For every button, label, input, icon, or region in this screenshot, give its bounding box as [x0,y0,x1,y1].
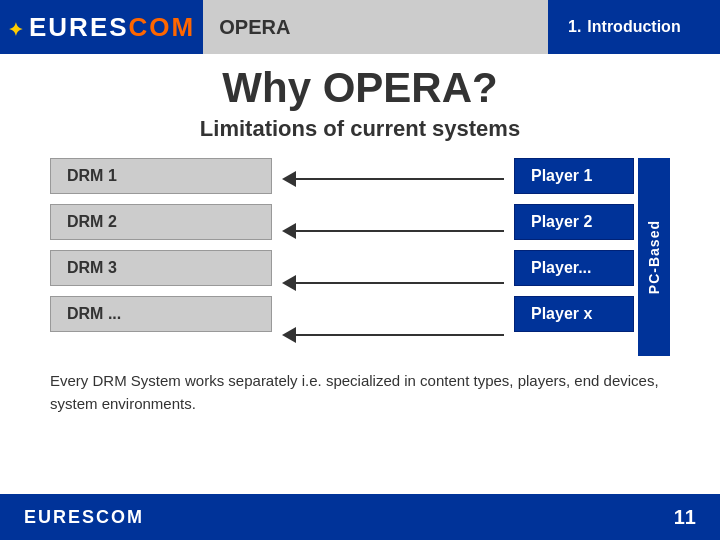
intro-text: Introduction [587,18,680,36]
eu-stars-icon: ✦ [8,20,25,40]
drm-box-2: DRM 2 [50,204,272,240]
diagram: DRM 1 DRM 2 DRM 3 DRM ... [50,158,670,356]
pc-based-wrapper: PC-Based [638,158,670,356]
arrow-row-2 [282,210,504,252]
logo-area: ✦EURESCOM [0,0,203,54]
arrow-row-1 [282,158,504,200]
logo-eures: EURES [29,12,129,42]
arrow-head-icon-4 [282,327,296,343]
header: ✦EURESCOM OPERA 1. Introduction [0,0,720,54]
main-content: Why OPERA? Limitations of current system… [0,54,720,435]
player-box-4: Player x [514,296,634,332]
player-box-1: Player 1 [514,158,634,194]
player-box-3: Player... [514,250,634,286]
arrow-line-3 [296,282,504,284]
description-text: Every DRM System works separately i.e. s… [50,370,670,415]
player-box-2: Player 2 [514,204,634,240]
arrow-row-3 [282,262,504,304]
arrow-head-icon-3 [282,275,296,291]
logo-com: COM [129,12,196,42]
arrow-line-1 [296,178,504,180]
opera-label: OPERA [203,0,548,54]
footer: EURESCOM 11 [0,494,720,540]
slide-subtitle: Limitations of current systems [30,116,690,142]
arrow-line-4 [296,334,504,336]
drm-box-1: DRM 1 [50,158,272,194]
pc-based-label: PC-Based [646,220,662,294]
footer-page-number: 11 [674,506,696,529]
player-column: Player 1 Player 2 Player... Player x [514,158,634,356]
footer-logo: EURESCOM [24,507,144,528]
logo: ✦EURESCOM [8,12,195,43]
slide-title: Why OPERA? [30,64,690,112]
arrows-column [272,158,514,356]
arrow-row-4 [282,314,504,356]
intro-label: 1. Introduction [548,0,720,54]
opera-text: OPERA [219,16,290,39]
drm-box-4: DRM ... [50,296,272,332]
arrow-line-2 [296,230,504,232]
arrow-head-icon-2 [282,223,296,239]
drm-box-3: DRM 3 [50,250,272,286]
intro-number: 1. [568,18,581,36]
drm-column: DRM 1 DRM 2 DRM 3 DRM ... [50,158,272,356]
arrow-head-icon-1 [282,171,296,187]
